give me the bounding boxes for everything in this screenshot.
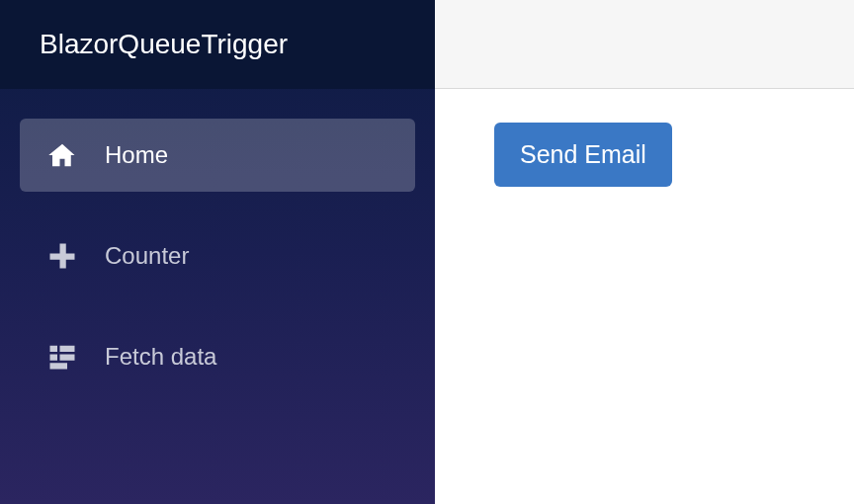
- sidebar-header: BlazorQueueTrigger: [0, 0, 435, 89]
- plus-icon: [47, 241, 77, 271]
- svg-rect-2: [50, 346, 58, 352]
- list-icon: [47, 342, 77, 372]
- svg-rect-4: [50, 355, 58, 361]
- top-bar: [435, 0, 854, 89]
- sidebar-item-home[interactable]: Home: [20, 119, 415, 192]
- sidebar-item-label: Fetch data: [105, 343, 216, 371]
- svg-rect-1: [50, 254, 75, 260]
- sidebar-item-label: Counter: [105, 242, 189, 270]
- sidebar-item-counter[interactable]: Counter: [20, 219, 415, 293]
- svg-rect-5: [60, 355, 75, 361]
- main-area: Send Email: [435, 0, 854, 504]
- send-email-button[interactable]: Send Email: [494, 123, 672, 187]
- sidebar-nav: Home Counter Fetch data: [0, 89, 435, 423]
- sidebar-item-fetch-data[interactable]: Fetch data: [20, 320, 415, 393]
- svg-rect-3: [60, 346, 75, 352]
- sidebar-item-label: Home: [105, 141, 168, 169]
- home-icon: [47, 140, 77, 170]
- svg-rect-6: [50, 363, 68, 369]
- app-title: BlazorQueueTrigger: [40, 29, 288, 60]
- sidebar: BlazorQueueTrigger Home Counter: [0, 0, 435, 504]
- content: Send Email: [435, 89, 854, 220]
